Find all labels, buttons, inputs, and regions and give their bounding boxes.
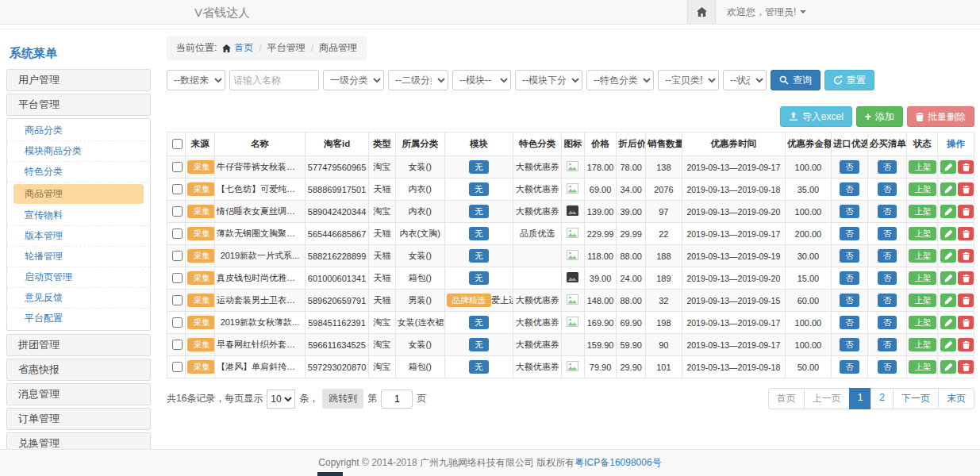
row-checkbox[interactable] — [172, 206, 183, 217]
delete-button[interactable] — [958, 338, 974, 351]
breadcrumb-home-link[interactable]: 首页 — [222, 41, 253, 55]
status-badge[interactable]: 上架 — [909, 338, 936, 351]
row-checkbox[interactable] — [172, 317, 183, 328]
edit-button[interactable] — [940, 160, 956, 174]
filter-select[interactable]: --模块-- — [452, 70, 511, 90]
status-badge[interactable]: 上架 — [909, 249, 936, 263]
row-checkbox[interactable] — [172, 362, 183, 372]
filter-select[interactable]: --宝贝类型-- — [658, 70, 719, 90]
must-buy-badge[interactable]: 否 — [878, 338, 897, 351]
sidebar-group-item[interactable]: 拼团管理 — [6, 334, 151, 356]
import-select-badge[interactable]: 否 — [840, 294, 859, 307]
row-checkbox[interactable] — [172, 340, 183, 350]
sidebar-group-item[interactable]: 消息管理 — [6, 383, 151, 405]
filter-select[interactable]: --状态-- — [723, 70, 767, 90]
jump-button[interactable]: 跳转到 — [322, 389, 363, 409]
status-badge[interactable]: 上架 — [909, 294, 936, 307]
sidebar-sub-item[interactable]: 商品分类 — [7, 121, 150, 141]
delete-button[interactable] — [958, 182, 974, 196]
delete-button[interactable] — [958, 205, 974, 218]
page-link[interactable]: 下一页 — [893, 388, 939, 409]
filter-select[interactable]: 一级分类 — [323, 70, 384, 90]
import-select-badge[interactable]: 否 — [840, 205, 859, 218]
edit-button[interactable] — [940, 205, 956, 218]
delete-button[interactable] — [958, 316, 974, 329]
delete-button[interactable] — [958, 360, 974, 374]
import-select-badge[interactable]: 否 — [840, 338, 859, 351]
sidebar-group-item[interactable]: 用户管理 — [6, 69, 151, 91]
page-link[interactable]: 2 — [870, 388, 894, 409]
edit-button[interactable] — [940, 294, 956, 307]
row-checkbox[interactable] — [172, 295, 183, 305]
add-button[interactable]: + 添加 — [856, 106, 903, 127]
import-select-badge[interactable]: 否 — [840, 182, 859, 196]
status-badge[interactable]: 上架 — [909, 227, 936, 240]
row-checkbox[interactable] — [172, 184, 183, 194]
edit-button[interactable] — [940, 182, 956, 196]
sidebar-sub-item[interactable]: 轮播管理 — [7, 247, 150, 267]
search-button[interactable]: 查询 — [771, 70, 821, 90]
import-select-badge[interactable]: 否 — [840, 249, 859, 263]
must-buy-badge[interactable]: 否 — [878, 205, 897, 218]
must-buy-badge[interactable]: 否 — [878, 360, 897, 374]
sidebar-sub-item[interactable]: 宣传物料 — [7, 205, 150, 226]
must-buy-badge[interactable]: 否 — [878, 227, 897, 240]
import-excel-button[interactable]: 导入excel — [780, 106, 852, 127]
status-badge[interactable]: 上架 — [909, 271, 936, 285]
delete-button[interactable] — [958, 227, 974, 240]
edit-button[interactable] — [940, 271, 956, 285]
edit-button[interactable] — [940, 338, 956, 351]
sidebar-sub-item[interactable]: 版本管理 — [7, 226, 150, 247]
edit-button[interactable] — [940, 227, 956, 240]
status-badge[interactable]: 上架 — [909, 316, 936, 329]
sidebar-sub-item[interactable]: 平台配置 — [7, 309, 150, 328]
page-link[interactable]: 1 — [849, 388, 872, 409]
filter-select[interactable]: --数据来源-- — [167, 70, 225, 90]
status-badge[interactable]: 上架 — [909, 160, 936, 174]
status-badge[interactable]: 上架 — [909, 205, 936, 218]
icp-link[interactable]: 粤ICP备16098006号 — [575, 456, 661, 470]
row-checkbox[interactable] — [172, 273, 183, 283]
must-buy-badge[interactable]: 否 — [878, 160, 897, 174]
nav-home-button[interactable] — [687, 0, 716, 24]
sidebar-sub-item[interactable]: 启动页管理 — [7, 267, 150, 288]
import-select-badge[interactable]: 否 — [840, 227, 859, 240]
sidebar-group-item[interactable]: 订单管理 — [6, 408, 151, 430]
must-buy-badge[interactable]: 否 — [878, 271, 897, 285]
delete-button[interactable] — [958, 271, 974, 285]
import-select-badge[interactable]: 否 — [840, 360, 859, 374]
user-menu[interactable]: 欢迎您，管理员! — [727, 6, 806, 19]
sidebar-group-item[interactable]: 省惠快报 — [6, 359, 151, 381]
name-search-input[interactable] — [229, 70, 319, 90]
must-buy-badge[interactable]: 否 — [878, 294, 897, 307]
delete-button[interactable] — [958, 160, 974, 174]
must-buy-badge[interactable]: 否 — [878, 316, 897, 329]
row-checkbox[interactable] — [172, 162, 183, 172]
page-size-select[interactable]: 10 — [267, 390, 295, 409]
batch-delete-button[interactable]: 批量删除 — [907, 106, 974, 127]
row-checkbox[interactable] — [172, 251, 183, 261]
must-buy-badge[interactable]: 否 — [878, 182, 897, 196]
delete-button[interactable] — [958, 294, 974, 307]
sidebar-sub-item[interactable]: 特色分类 — [7, 162, 150, 182]
import-select-badge[interactable]: 否 — [840, 160, 859, 174]
import-select-badge[interactable]: 否 — [840, 316, 859, 329]
status-badge[interactable]: 上架 — [909, 360, 936, 374]
edit-button[interactable] — [940, 249, 956, 263]
sidebar-sub-item[interactable]: 模块商品分类 — [7, 141, 150, 162]
reset-button[interactable]: 重置 — [824, 70, 874, 90]
filter-select[interactable]: --模块下分类-- — [515, 70, 582, 90]
sidebar-sub-item[interactable]: 意见反馈 — [7, 288, 150, 309]
sidebar-group-item[interactable]: 平台管理 — [6, 94, 151, 116]
row-checkbox[interactable] — [172, 228, 183, 239]
edit-button[interactable] — [940, 316, 956, 329]
select-all-checkbox[interactable] — [172, 139, 183, 149]
must-buy-badge[interactable]: 否 — [878, 249, 897, 263]
sidebar-sub-item[interactable]: 商品管理 — [13, 184, 144, 204]
filter-select[interactable]: --二级分类-- — [388, 70, 448, 90]
status-badge[interactable]: 上架 — [909, 182, 936, 196]
page-link[interactable]: 末页 — [938, 388, 974, 409]
edit-button[interactable] — [940, 360, 956, 374]
jump-page-input[interactable] — [381, 390, 413, 409]
import-select-badge[interactable]: 否 — [840, 271, 859, 285]
